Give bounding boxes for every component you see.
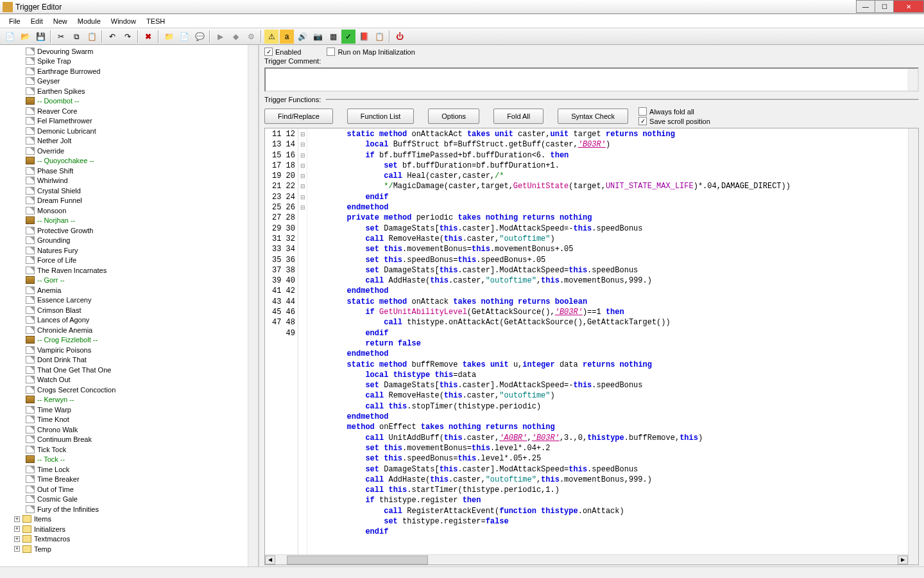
new-icon[interactable]: 📄 (3, 30, 17, 44)
expand-icon[interactable]: + (14, 516, 20, 522)
expand-icon[interactable]: + (14, 536, 20, 542)
open-icon[interactable]: 📂 (18, 30, 32, 44)
tree-item[interactable]: Crogs Secret Concoction (1, 385, 258, 395)
tree-item[interactable]: -- Tock -- (1, 455, 258, 465)
tree-item[interactable]: -- Doombot -- (1, 96, 258, 107)
tree-item[interactable]: Nether Jolt (1, 136, 258, 146)
tree-item[interactable]: -- Quoyochakee -- (1, 156, 258, 166)
tree-folder[interactable]: +Textmacros (1, 534, 258, 545)
tree-panel[interactable]: Devouring SwarmSpike TrapEarthrage Burro… (0, 45, 259, 566)
test-icon[interactable]: ✓ (341, 30, 355, 44)
tree-item[interactable]: Cosmic Gale (1, 495, 258, 505)
tree-item[interactable]: Essence Larceny (1, 295, 258, 306)
code-vscrollbar[interactable] (908, 128, 918, 565)
tree-item[interactable]: The Raven Incarnates (1, 265, 258, 276)
tree-item[interactable]: Crystal Shield (1, 186, 258, 196)
copy2-icon[interactable]: 📋 (372, 30, 386, 44)
minimize-button[interactable]: — (856, 0, 875, 13)
tree-item[interactable]: Tick Tock (1, 444, 258, 455)
comment-textarea[interactable] (264, 67, 919, 92)
tree-item[interactable]: Protective Growth (1, 225, 258, 236)
cut-icon[interactable]: ✂ (54, 30, 68, 44)
tree-item[interactable]: Force of Life (1, 256, 258, 266)
menu-module[interactable]: Module (73, 16, 106, 26)
copy-icon[interactable]: ⧉ (69, 30, 83, 44)
menu-file[interactable]: File (4, 16, 26, 26)
tree-item[interactable]: Dont Drink That (1, 355, 258, 365)
tree-item[interactable]: Phase Shift (1, 166, 258, 176)
tree-item[interactable]: -- Crog Fizzlebolt -- (1, 335, 258, 346)
tree-item[interactable]: Monsoon (1, 206, 258, 216)
tree-folder[interactable]: +Initializers (1, 524, 258, 534)
region-icon[interactable]: ▦ (326, 30, 340, 44)
maximize-button[interactable]: ☐ (875, 0, 894, 13)
tree-item[interactable]: Fury of the Infinities (1, 504, 258, 514)
code-hscrollbar[interactable]: ◀ ▶ (265, 554, 908, 565)
close-button[interactable]: ✕ (893, 0, 924, 13)
find-replace-button[interactable]: Find/Replace (264, 109, 333, 124)
hscroll-right-icon[interactable]: ▶ (898, 556, 908, 565)
tree-item[interactable]: -- Norjhan -- (1, 216, 258, 226)
tree-item[interactable]: Out of Time (1, 484, 258, 495)
tree-item[interactable]: That One Get That One (1, 365, 258, 375)
new-comment-icon[interactable]: 💬 (193, 30, 207, 44)
code-body[interactable]: static method onAttackAct takes unit cas… (307, 128, 908, 565)
menu-edit[interactable]: Edit (26, 16, 48, 26)
function-list-button[interactable]: Function List (347, 109, 414, 124)
syntax-check-button[interactable]: Syntax Check (558, 109, 628, 124)
comment-scrollbar[interactable] (907, 69, 918, 91)
hscroll-thumb[interactable] (287, 556, 428, 565)
tree-item[interactable]: Override (1, 146, 258, 156)
code-editor[interactable]: 11 12 13 14 15 16 17 18 19 20 21 22 23 2… (264, 128, 919, 565)
tree-item[interactable]: Earthen Spikes (1, 86, 258, 96)
menu-tesh[interactable]: TESH (141, 16, 170, 26)
save-scroll-checkbox[interactable]: ✓Save scroll position (638, 117, 710, 125)
variables2-icon[interactable]: a (280, 30, 294, 44)
tree-folder[interactable]: +Temp (1, 544, 258, 554)
tree-item[interactable]: -- Gorr -- (1, 276, 258, 286)
tree-item[interactable]: Spike Trap (1, 57, 258, 67)
hscroll-left-icon[interactable]: ◀ (265, 556, 275, 565)
fold-column[interactable]: ⊟ ⊟ ⊟ ⊟ ⊟ ⊟ ⊟ ⊟ (298, 128, 307, 565)
tree-item[interactable]: Lances of Agony (1, 315, 258, 326)
tree-item[interactable]: Grounding (1, 236, 258, 246)
variables-icon[interactable]: ⚠ (264, 30, 278, 44)
tree-item[interactable]: Chrono Walk (1, 425, 258, 435)
options-button[interactable]: Options (428, 109, 479, 124)
exit-icon[interactable]: ⏻ (393, 30, 407, 44)
tree-item[interactable]: Vampiric Poisons (1, 345, 258, 355)
new-trigger-icon[interactable]: 📄 (177, 30, 191, 44)
undo-icon[interactable]: ↶ (105, 30, 119, 44)
tree-item[interactable]: Reaver Core (1, 106, 258, 116)
new-category-icon[interactable]: 📁 (162, 30, 176, 44)
tree-item[interactable]: Watch Out (1, 375, 258, 385)
sound-icon[interactable]: 🔊 (295, 30, 309, 44)
tree-item[interactable]: Continuum Break (1, 435, 258, 445)
tree-item[interactable]: -- Kerwyn -- (1, 395, 258, 405)
tree-item[interactable]: Geyser (1, 76, 258, 87)
fold-all-button[interactable]: Fold All (493, 109, 543, 124)
tree-item[interactable]: Time Breaker (1, 475, 258, 485)
tree-item[interactable]: Whirlwind (1, 176, 258, 186)
tree-item[interactable]: Natures Fury (1, 245, 258, 256)
book-icon[interactable]: 📕 (357, 30, 371, 44)
tree-item[interactable]: Time Lock (1, 464, 258, 475)
tree-item[interactable]: Demonic Lubricant (1, 126, 258, 136)
paste-icon[interactable]: 📋 (85, 30, 99, 44)
tree-item[interactable]: Fel Flamethrower (1, 116, 258, 127)
redo-icon[interactable]: ↷ (121, 30, 135, 44)
tree-item[interactable]: Earthrage Burrowed (1, 66, 258, 76)
tree-item[interactable]: Devouring Swarm (1, 46, 258, 57)
always-fold-checkbox[interactable]: Always fold all (638, 107, 710, 116)
tree-item[interactable]: Anemia (1, 285, 258, 295)
tree-scrollbar[interactable] (248, 45, 258, 566)
menu-window[interactable]: Window (106, 16, 141, 26)
save-icon[interactable]: 💾 (33, 30, 47, 44)
run-on-init-checkbox[interactable]: Run on Map Initialization (327, 48, 415, 56)
expand-icon[interactable]: + (14, 526, 20, 532)
tree-item[interactable]: Time Knot (1, 415, 258, 425)
menu-new[interactable]: New (48, 16, 73, 26)
tree-item[interactable]: Chronicle Anemia (1, 325, 258, 335)
tree-folder[interactable]: +Items (1, 514, 258, 525)
expand-icon[interactable]: + (14, 546, 20, 552)
